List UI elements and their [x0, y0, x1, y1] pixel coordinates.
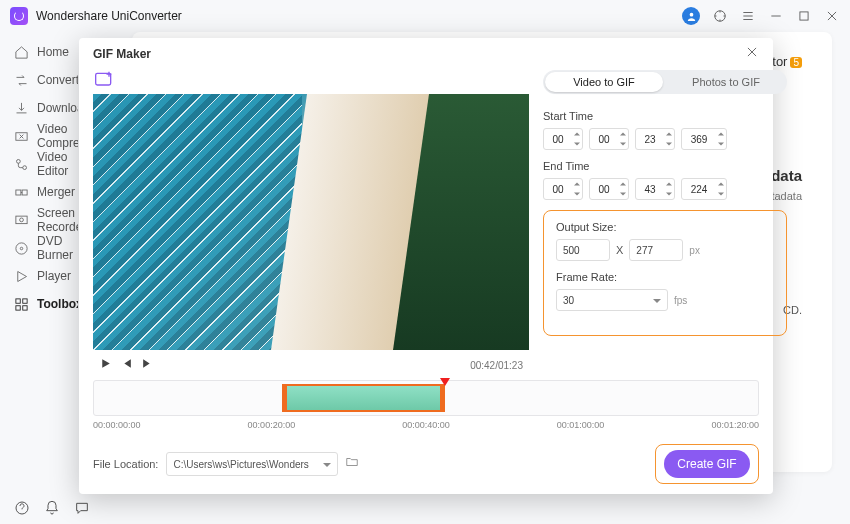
- timeline-labels: 00:00:00:0000:00:20:0000:00:40:0000:01:0…: [93, 420, 759, 430]
- window-maximize-button[interactable]: [796, 8, 812, 24]
- svg-marker-36: [440, 378, 450, 386]
- svg-point-4: [17, 159, 21, 163]
- window-close-button[interactable]: [824, 8, 840, 24]
- menu-icon[interactable]: [740, 8, 756, 24]
- start-ms-stepper[interactable]: 369: [681, 128, 727, 150]
- end-time-label: End Time: [543, 160, 787, 172]
- sidebar-item-toolbox[interactable]: Toolbox: [14, 290, 78, 318]
- sidebar-item-merger[interactable]: Merger: [14, 178, 78, 206]
- sidebar-item-label: Player: [37, 269, 71, 283]
- sidebar-item-label: Video Editor: [37, 150, 78, 178]
- output-height-input[interactable]: [629, 239, 683, 261]
- svg-marker-30: [620, 183, 626, 186]
- sidebar-item-editor[interactable]: Video Editor: [14, 150, 78, 178]
- svg-marker-26: [718, 133, 724, 136]
- video-preview[interactable]: [93, 94, 529, 350]
- svg-rect-14: [23, 298, 27, 302]
- notification-icon[interactable]: [44, 500, 60, 516]
- sidebar-item-compressor[interactable]: Video Compressor: [14, 122, 78, 150]
- px-label: px: [689, 245, 700, 256]
- sidebar-item-player[interactable]: Player: [14, 262, 78, 290]
- sidebar-item-dvd[interactable]: DVD Burner: [14, 234, 78, 262]
- svg-marker-31: [620, 193, 626, 196]
- prev-frame-button[interactable]: [120, 356, 133, 374]
- sidebar-item-label: Downloader: [37, 101, 78, 115]
- svg-marker-23: [620, 143, 626, 146]
- svg-rect-15: [16, 305, 20, 309]
- sidebar-item-label: Home: [37, 45, 69, 59]
- support-icon[interactable]: [712, 8, 728, 24]
- frame-rate-label: Frame Rate:: [556, 271, 774, 283]
- sidebar-item-label: Merger: [37, 185, 75, 199]
- file-location-select[interactable]: C:\Users\ws\Pictures\Wonders: [166, 452, 338, 476]
- output-size-label: Output Size:: [556, 221, 774, 233]
- svg-rect-6: [16, 190, 21, 195]
- svg-marker-19: [102, 359, 110, 368]
- end-hours-stepper[interactable]: 00: [543, 178, 583, 200]
- end-seconds-stepper[interactable]: 43: [635, 178, 675, 200]
- svg-marker-27: [718, 143, 724, 146]
- bg-text: tor5: [772, 54, 802, 69]
- svg-marker-34: [718, 183, 724, 186]
- create-gif-highlight: Create GIF: [655, 444, 759, 484]
- gif-maker-dialog: GIF Maker 00:42/01:23 Video to GIF Photo…: [79, 38, 773, 494]
- svg-marker-12: [18, 271, 27, 281]
- timeline-track[interactable]: [93, 380, 759, 416]
- tab-video-to-gif[interactable]: Video to GIF: [543, 70, 665, 94]
- app-logo-icon: [10, 7, 28, 25]
- close-icon[interactable]: [745, 45, 759, 63]
- fps-label: fps: [674, 295, 687, 306]
- svg-rect-2: [800, 12, 808, 20]
- next-frame-button[interactable]: [141, 356, 154, 374]
- timeline-playhead-icon[interactable]: [440, 374, 450, 392]
- timeline-handle-start[interactable]: [282, 384, 287, 412]
- file-location-label: File Location:: [93, 458, 158, 470]
- help-icon[interactable]: [14, 500, 30, 516]
- frame-rate-select[interactable]: 30: [556, 289, 668, 311]
- start-minutes-stepper[interactable]: 00: [589, 128, 629, 150]
- x-separator: X: [616, 244, 623, 256]
- svg-marker-25: [666, 143, 672, 146]
- sidebar-item-label: DVD Burner: [37, 234, 78, 262]
- sidebar-item-label: Toolbox: [37, 297, 78, 311]
- svg-marker-20: [574, 133, 580, 136]
- create-gif-button[interactable]: Create GIF: [664, 450, 750, 478]
- output-width-input[interactable]: [556, 239, 610, 261]
- titlebar: Wondershare UniConverter: [0, 0, 850, 32]
- svg-rect-7: [22, 190, 27, 195]
- mode-tabs: Video to GIF Photos to GIF: [543, 70, 787, 94]
- tab-photos-to-gif[interactable]: Photos to GIF: [665, 70, 787, 94]
- svg-marker-29: [574, 193, 580, 196]
- sidebar-item-label: Converter: [37, 73, 78, 87]
- start-time-label: Start Time: [543, 110, 787, 122]
- start-seconds-stepper[interactable]: 23: [635, 128, 675, 150]
- app-title: Wondershare UniConverter: [36, 9, 182, 23]
- sidebar-item-converter[interactable]: Converter: [14, 66, 78, 94]
- sidebar-item-recorder[interactable]: Screen Recorder: [14, 206, 78, 234]
- end-ms-stepper[interactable]: 224: [681, 178, 727, 200]
- feedback-icon[interactable]: [74, 500, 90, 516]
- window-minimize-button[interactable]: [768, 8, 784, 24]
- start-hours-stepper[interactable]: 00: [543, 128, 583, 150]
- play-button[interactable]: [99, 356, 112, 374]
- sidebar: Home Converter Downloader Video Compress…: [0, 32, 78, 492]
- bottom-toolbar: [14, 500, 90, 516]
- end-minutes-stepper[interactable]: 00: [589, 178, 629, 200]
- sidebar-item-home[interactable]: Home: [14, 38, 78, 66]
- timeline-selection[interactable]: [282, 384, 444, 412]
- svg-marker-28: [574, 183, 580, 186]
- svg-marker-22: [620, 133, 626, 136]
- open-folder-icon[interactable]: [344, 455, 360, 473]
- svg-marker-24: [666, 133, 672, 136]
- svg-marker-21: [574, 143, 580, 146]
- sidebar-item-downloader[interactable]: Downloader: [14, 94, 78, 122]
- svg-point-9: [20, 218, 24, 222]
- sidebar-item-label: Video Compressor: [37, 122, 78, 150]
- add-file-icon[interactable]: [93, 70, 117, 92]
- playback-time: 00:42/01:23: [470, 360, 523, 371]
- svg-point-5: [23, 165, 27, 169]
- output-settings-box: Output Size: X px Frame Rate: 30 fps: [543, 210, 787, 336]
- sidebar-item-label: Screen Recorder: [37, 206, 78, 234]
- user-account-icon[interactable]: [682, 7, 700, 25]
- svg-rect-16: [23, 305, 27, 309]
